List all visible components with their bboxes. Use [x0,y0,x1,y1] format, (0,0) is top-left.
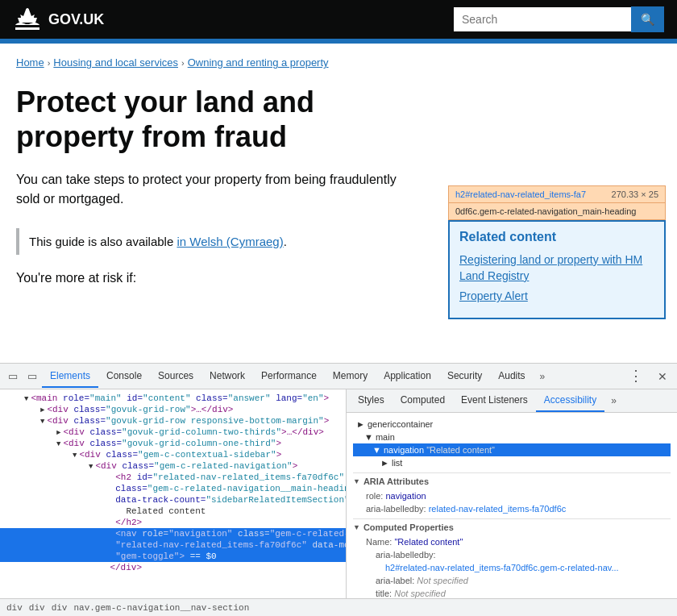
expand-icon: ▼ [372,445,381,455]
expand-triangle[interactable]: ▼ [40,418,44,426]
computed-properties-section[interactable]: ▼ Computed Properties [353,518,671,535]
section-title: ARIA Attributes [363,477,429,486]
devtools-panel-icon[interactable]: ▭ [3,370,23,382]
breadcrumb-owning[interactable]: Owning and renting a property [188,56,329,69]
tab-accessibility[interactable]: Accessibility [536,389,604,412]
devtools-breadcrumb: div div div nav.gem-c-navigation__nav-se… [0,598,677,616]
dom-line: ►<div class="govuk-grid-column-two-third… [0,427,346,438]
expand-triangle[interactable]: ▼ [89,463,93,471]
tab-application[interactable]: Application [376,365,439,388]
dom-line-highlighted: "related-nav-related_items-fa70df6c" dat… [0,539,346,551]
tree-item-navigation[interactable]: ▼ navigation "Related content" [353,443,671,456]
aria-attributes-section[interactable]: ▼ ARIA Attributes [353,472,671,489]
welsh-suffix: . [284,235,287,248]
dom-panel[interactable]: ▼<main role="main" id="content" class="a… [0,389,347,616]
prop-value: Not specified [394,589,446,598]
dom-line-highlighted: <nav role="navigation" class="gem-c-rela… [0,528,346,539]
expand-triangle[interactable]: ► [40,406,44,414]
expand-triangle[interactable]: ▼ [73,452,77,460]
dom-line: <h2 id="related-nav-related_items-fa70df… [0,472,346,483]
breadcrumb-div-2[interactable]: div [29,603,45,613]
dom-line: data-track-count="sidebarRelatedItemSect… [0,494,346,506]
tab-elements[interactable]: Elements [42,365,98,388]
tab-event-listeners[interactable]: Event Listeners [453,389,536,412]
devtools-tabs: ▭ ▭ Elements Console Sources Network Per… [0,364,677,389]
computed-name-row: Name: "Related content" [353,535,671,548]
section-expand-icon: ▼ [353,477,360,485]
expand-icon: ► [380,458,389,468]
breadcrumb-nav[interactable]: nav.gem-c-navigation__nav-section [73,603,249,613]
breadcrumb-housing[interactable]: Housing and local services [53,56,178,69]
tab-sources[interactable]: Sources [150,365,201,388]
prop-value[interactable]: related-nav-related_items-fa70df6c [429,504,567,514]
tooltip-element-name: h2#related-nav-related_items-fa7 [455,189,586,199]
tooltip-element-label: h2#related-nav-related_items-fa7 270.33 … [448,185,666,203]
related-content-heading: Related content [459,230,654,244]
tab-performance[interactable]: Performance [253,365,325,388]
tab-styles[interactable]: Styles [350,389,392,412]
tab-audits[interactable]: Audits [490,365,533,388]
devtools-menu-icon[interactable]: ⋮ [624,367,648,386]
prop-name: title: [376,589,394,598]
right-panel: Styles Computed Event Listeners Accessib… [347,389,677,616]
tab-console[interactable]: Console [98,365,150,388]
right-panel-tabs: Styles Computed Event Listeners Accessib… [347,389,677,413]
tab-memory[interactable]: Memory [325,365,376,388]
welsh-notice: This guide is also available in Welsh (C… [16,228,419,255]
devtools-body: ▼<main role="main" id="content" class="a… [0,389,677,616]
govuk-logo-text: GOV.UK [48,11,104,28]
related-content-box: Related content Registering land or prop… [448,220,666,319]
tooltip-size: 270.33 × 25 [612,189,658,199]
dom-line: ▼<div class="gem-c-related-navigation"> [0,460,346,472]
intro-text: You can take steps to protect your prope… [16,170,419,209]
computed-labelledby-val: h2#related-nav-related_items-fa70df6c.ge… [353,561,671,574]
tree-item-genericcontainer: ► genericcontainer [353,418,671,431]
breadcrumb-div-3[interactable]: div [52,603,68,613]
prop-name: aria-labelledby: [366,504,429,514]
prop-value: Not specified [417,576,468,585]
dom-line: class="gem-c-related-navigation__main-he… [0,483,346,494]
devtools-close-icon[interactable]: ✕ [651,367,674,386]
aria-labelledby-row: aria-labelledby: related-nav-related_ite… [353,502,671,515]
expand-triangle[interactable]: ▼ [24,395,28,403]
breadcrumb-div-1[interactable]: div [6,603,23,613]
prop-value[interactable]: h2#related-nav-related_items-fa70df6c.ge… [385,563,619,572]
tab-security[interactable]: Security [439,365,490,388]
expand-icon: ► [356,419,365,429]
tab-network[interactable]: Network [201,365,253,388]
devtools-actions: ⋮ ✕ [624,367,674,386]
dom-line: ►<div class="govuk-grid-row">…</div> [0,404,346,415]
related-link-1[interactable]: Registering land or property with HM Lan… [459,252,654,284]
related-link-2[interactable]: Property Alert [459,289,654,305]
devtools-mobile-icon[interactable]: ▭ [23,370,42,382]
aria-role-row: role: navigation [353,489,671,502]
computed-arialabel-row: aria-label: Not specified [353,574,671,587]
dom-line: Related content [0,506,346,517]
breadcrumb-chevron-1: › [48,58,51,68]
search-input[interactable] [454,7,631,31]
dom-line: </div> [0,562,346,573]
expand-triangle[interactable]: ▼ [56,440,60,448]
tab-computed[interactable]: Computed [392,389,453,412]
prop-value: "Related content" [394,537,463,547]
welsh-link[interactable]: in Welsh (Cymraeg) [177,235,283,248]
tab-more-right[interactable]: » [604,390,623,411]
site-header: GOV.UK 🔍 [0,0,677,39]
dom-line-highlighted: "gem-toggle"> == $0 [0,551,346,562]
related-content-sidebar: h2#related-nav-related_items-fa7 270.33 … [448,185,666,319]
search-button[interactable]: 🔍 [631,6,664,32]
govuk-logo[interactable]: GOV.UK [13,8,104,31]
section-expand-icon: ▼ [353,523,360,531]
search-icon: 🔍 [641,13,654,26]
section-title: Computed Properties [363,522,454,532]
tab-more[interactable]: » [534,366,552,387]
devtools-panel: ▭ ▭ Elements Console Sources Network Per… [0,363,677,616]
prop-value: navigation [385,491,426,501]
page-title: Protect your land and property from frau… [16,85,419,154]
dom-line: ▼<main role="main" id="content" class="a… [0,393,346,404]
breadcrumb-home[interactable]: Home [16,56,44,69]
expand-icon: ▼ [364,432,373,442]
prop-name: aria-label: [376,576,417,585]
expand-triangle[interactable]: ► [56,429,60,437]
risk-text: You're more at risk if: [16,271,419,285]
